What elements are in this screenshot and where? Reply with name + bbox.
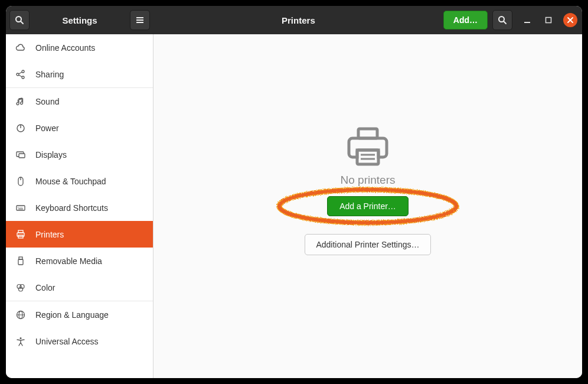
sidebar-item-label: Online Accounts xyxy=(35,43,95,53)
add-a-printer-label: Add a Printer… xyxy=(339,201,396,211)
sidebar-item-printers[interactable]: Printers xyxy=(6,221,153,248)
sidebar-item-label: Sound xyxy=(35,97,59,106)
sidebar-item-online-accounts[interactable]: Online Accounts xyxy=(6,34,153,61)
svg-point-13 xyxy=(22,76,24,79)
mouse-icon xyxy=(15,176,26,187)
add-button[interactable]: Add… xyxy=(443,11,488,30)
color-icon xyxy=(15,282,26,293)
svg-line-15 xyxy=(19,75,22,77)
hamburger-menu-button[interactable] xyxy=(130,10,150,30)
search-icon xyxy=(498,15,507,25)
maximize-icon xyxy=(545,17,552,24)
music-icon xyxy=(15,96,26,107)
svg-line-6 xyxy=(504,21,506,24)
svg-point-38 xyxy=(20,337,22,339)
minimize-icon xyxy=(524,17,531,24)
body: Online Accounts Sharing Sound Power xyxy=(6,34,582,378)
sidebar-item-universal-access[interactable]: Universal Access xyxy=(6,328,153,354)
sidebar-item-sharing[interactable]: Sharing xyxy=(6,61,153,87)
sidebar-item-displays[interactable]: Displays xyxy=(6,141,153,168)
sidebar-item-label: Region & Language xyxy=(35,310,109,320)
sidebar-item-label: Keyboard Shortcuts xyxy=(35,203,108,213)
svg-point-23 xyxy=(18,207,18,207)
sidebar-title: Settings xyxy=(33,15,126,25)
svg-point-12 xyxy=(22,70,24,73)
add-a-printer-button[interactable]: Add a Printer… xyxy=(327,196,409,216)
usb-icon xyxy=(15,256,26,266)
sidebar-item-label: Universal Access xyxy=(35,337,99,346)
svg-rect-22 xyxy=(17,206,25,210)
svg-point-11 xyxy=(17,73,19,76)
svg-rect-8 xyxy=(546,18,551,23)
settings-window: Settings Printers Add… xyxy=(6,6,582,378)
add-button-label: Add… xyxy=(453,15,478,25)
headerbar: Settings Printers Add… xyxy=(6,6,582,34)
page-title: Printers xyxy=(158,15,439,25)
printer-icon xyxy=(15,229,26,240)
accessibility-icon xyxy=(15,336,26,347)
maximize-button[interactable] xyxy=(542,14,555,27)
sidebar-item-region[interactable]: Region & Language xyxy=(6,301,153,328)
svg-rect-19 xyxy=(19,154,25,158)
sidebar-item-label: Displays xyxy=(35,150,67,160)
svg-rect-3 xyxy=(136,19,143,21)
sidebar-item-label: Printers xyxy=(35,230,64,239)
svg-rect-7 xyxy=(524,22,530,23)
search-icon xyxy=(15,15,24,25)
headerbar-right: Printers Add… xyxy=(153,6,582,34)
sidebar-item-power[interactable]: Power xyxy=(6,115,153,141)
content-search-button[interactable] xyxy=(492,10,512,30)
svg-rect-26 xyxy=(18,209,23,209)
svg-rect-4 xyxy=(136,22,143,23)
sidebar: Online Accounts Sharing Sound Power xyxy=(6,34,153,378)
svg-rect-31 xyxy=(18,259,23,265)
sharing-icon xyxy=(15,69,26,80)
minimize-button[interactable] xyxy=(521,14,534,27)
add-printer-wrap: Add a Printer… xyxy=(327,196,409,216)
printer-large-icon xyxy=(344,123,391,170)
close-button[interactable] xyxy=(563,13,577,27)
sidebar-item-label: Sharing xyxy=(35,70,64,79)
displays-icon xyxy=(15,149,26,160)
svg-line-1 xyxy=(21,21,23,24)
headerbar-left: Settings xyxy=(6,6,153,34)
additional-printer-settings-label: Additional Printer Settings… xyxy=(316,240,419,249)
sidebar-item-label: Power xyxy=(35,123,59,133)
svg-point-24 xyxy=(19,207,20,207)
window-controls xyxy=(521,13,577,27)
sidebar-search-button[interactable] xyxy=(9,10,30,30)
sidebar-item-keyboard[interactable]: Keyboard Shortcuts xyxy=(6,194,153,221)
svg-rect-40 xyxy=(357,150,378,164)
sidebar-item-color[interactable]: Color xyxy=(6,274,153,301)
power-icon xyxy=(15,123,26,134)
sidebar-item-sound[interactable]: Sound xyxy=(6,88,153,115)
svg-point-25 xyxy=(21,207,22,207)
cloud-icon xyxy=(15,43,26,53)
hamburger-icon xyxy=(135,15,145,25)
sidebar-item-label: Color xyxy=(35,283,55,292)
additional-printer-settings-button[interactable]: Additional Printer Settings… xyxy=(305,234,430,255)
keyboard-icon xyxy=(15,203,26,213)
svg-rect-2 xyxy=(136,17,143,18)
sidebar-item-removable-media[interactable]: Removable Media xyxy=(6,248,153,274)
svg-line-14 xyxy=(19,72,22,74)
content-pane: No printers Add a Printer… Additional Pr… xyxy=(153,34,582,378)
sidebar-item-label: Mouse & Touchpad xyxy=(35,177,106,186)
sidebar-item-mouse[interactable]: Mouse & Touchpad xyxy=(6,168,153,194)
sidebar-item-label: Removable Media xyxy=(35,256,102,266)
close-icon xyxy=(567,17,573,23)
no-printers-label: No printers xyxy=(341,174,396,187)
globe-icon xyxy=(15,310,26,320)
